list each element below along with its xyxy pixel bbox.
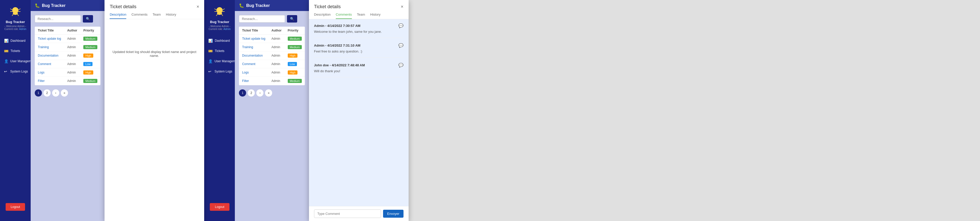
priority-badge: Medium [288,45,302,49]
modal-header-1: Ticket details × [105,0,204,10]
reply-icon[interactable]: 💬 [398,23,404,28]
page-2-btn-1[interactable]: 2 [43,90,51,96]
tab-team-2[interactable]: Team [357,13,365,19]
page-last-btn-2[interactable]: » [265,90,272,96]
page-1-btn-1[interactable]: 1 [35,90,42,96]
ticket-priority-cell: Medium [80,77,100,85]
search-button-1[interactable]: 🔍 [83,15,93,22]
sidebar-role-value-2[interactable]: Admin [223,28,231,30]
ticket-title-cell[interactable]: Training [35,43,64,51]
page-1-btn-2[interactable]: 1 [239,90,246,96]
svg-line-7 [17,14,19,16]
ticket-title-cell[interactable]: Comment [239,60,268,68]
modal-close-button-1[interactable]: × [197,4,199,10]
comment-text: Feel free to asks any question. :) [314,50,404,53]
ticket-title-cell[interactable]: Documentation [35,51,64,60]
page-next-btn-1[interactable]: › [52,90,59,96]
comment-item: Admin - 4/14/2022 7:30:57 AM 💬 Welcome t… [314,23,404,38]
priority-badge: Medium [83,37,97,41]
page-last-btn-1[interactable]: » [61,90,68,96]
col-priority-1: Priority [80,27,100,35]
sidebar-user-info-1: - Welcome Admin - Current role: Admin [4,25,26,30]
sidebar-role-label-1: Current role: [4,28,19,30]
sidebar-1: Bug Tracker - Welcome Admin - Current ro… [0,0,31,221]
tab-history-1[interactable]: History [166,13,176,19]
logout-button-2[interactable]: Logout [210,203,229,211]
modal-title-1: Ticket details [110,4,136,10]
sidebar-item-dashboard-2[interactable]: 📊 Dashboard [204,35,235,46]
priority-badge: Medium [288,37,302,41]
tab-comments-2[interactable]: Comments [336,13,352,19]
modal-desc-text-1: Updated ticket log should display ticket… [110,50,199,58]
ticket-priority-cell: Medium [80,43,100,51]
table-row[interactable]: Documentation Admin High [239,51,305,60]
table-row[interactable]: Comment Admin Low [239,60,305,68]
sidebar-item-logs-1[interactable]: ↩ System Logs [0,66,31,77]
logout-button-1[interactable]: Logout [6,203,25,211]
sidebar-item-users-2[interactable]: 👤 User Management [204,56,235,66]
tab-team-1[interactable]: Team [153,13,161,19]
svg-point-1 [13,12,18,15]
tab-description-1[interactable]: Description [110,13,126,19]
ticket-title-cell[interactable]: Logs [35,68,64,77]
comment-header: Admin - 4/14/2022 7:31:10 AM 💬 [314,43,404,48]
ticket-priority-cell: Low [80,60,100,68]
table-row[interactable]: Ticket update log Admin Medium [239,35,305,43]
table-row[interactable]: Documentation Admin High [35,51,100,60]
table-row[interactable]: Filter Admin Medium [239,77,305,85]
page-2-btn-2[interactable]: 2 [248,90,255,96]
ticket-priority-cell: Medium [80,35,100,43]
tab-description-2[interactable]: Description [314,13,331,19]
sidebar-item-tickets-1[interactable]: 🎫 Tickets [0,46,31,56]
table-row[interactable]: Logs Admin High [35,68,100,77]
sidebar-item-users-1[interactable]: 👤 User Management [0,56,31,66]
sidebar-item-tickets-2[interactable]: 🎫 Tickets [204,46,235,56]
table-row[interactable]: Filter Admin Medium [35,77,100,85]
comment-input-area: Envoyer [309,206,409,221]
sidebar-item-dashboard-1[interactable]: 📊 Dashboard [0,35,31,46]
ticket-author-cell: Admin [64,60,80,68]
modal-description: Ticket details × Description Comments Te… [105,0,204,221]
ticket-title-cell[interactable]: Filter [35,77,64,85]
send-comment-button[interactable]: Envoyer [383,210,404,218]
table-row[interactable]: Training Admin Medium [239,43,305,51]
sidebar-item-logs-2[interactable]: ↩ System Logs [204,66,235,77]
ticket-title-cell[interactable]: Ticket update log [35,35,64,43]
ticket-title-cell[interactable]: Ticket update log [239,35,268,43]
dashboard-icon-2: 📊 [208,38,213,43]
comment-item: Admin - 4/14/2022 7:31:10 AM 💬 Feel free… [314,43,404,58]
table-row[interactable]: Ticket update log Admin Medium [35,35,100,43]
ticket-priority-cell: Medium [285,43,305,51]
tab-comments-1[interactable]: Comments [131,13,148,19]
main-body-1: 🔍 Ticket Title Author Priority Ticket up… [31,11,105,221]
ticket-title-cell[interactable]: Filter [239,77,268,85]
ticket-title-cell[interactable]: Logs [239,68,268,77]
table-row[interactable]: Logs Admin High [239,68,305,77]
ticket-title-cell[interactable]: Comment [35,60,64,68]
search-input-1[interactable] [35,15,81,22]
header-title-1: Bug Tracker [42,3,65,8]
sidebar-label-logs-2: System Logs [215,70,232,73]
ticket-title-cell[interactable]: Training [239,43,268,51]
page-next-btn-2[interactable]: › [256,90,264,96]
priority-badge: High [83,70,93,75]
sidebar-role-value-1[interactable]: Admin [19,28,26,30]
modal-comments-body: Admin - 4/14/2022 7:30:57 AM 💬 Welcome t… [309,19,409,206]
tab-history-2[interactable]: History [370,13,380,19]
ticket-author-cell: Admin [64,68,80,77]
tickets-icon-1: 🎫 [4,49,8,53]
search-input-2[interactable] [239,15,285,22]
priority-badge: Low [83,62,92,66]
ticket-title-cell[interactable]: Documentation [239,51,268,60]
modal-overlay-2: Ticket details × Description Comments Te… [309,0,409,221]
ticket-priority-cell: Medium [285,35,305,43]
table-row[interactable]: Comment Admin Low [35,60,100,68]
search-button-2[interactable]: 🔍 [287,15,297,22]
col-title-1: Ticket Title [35,27,64,35]
sidebar-nav-1: 📊 Dashboard 🎫 Tickets 👤 User Management … [0,35,31,198]
comment-input[interactable] [314,210,381,218]
modal-close-button-2[interactable]: × [401,4,404,10]
reply-icon[interactable]: 💬 [398,43,404,48]
table-row[interactable]: Training Admin Medium [35,43,100,51]
reply-icon[interactable]: 💬 [398,63,404,67]
